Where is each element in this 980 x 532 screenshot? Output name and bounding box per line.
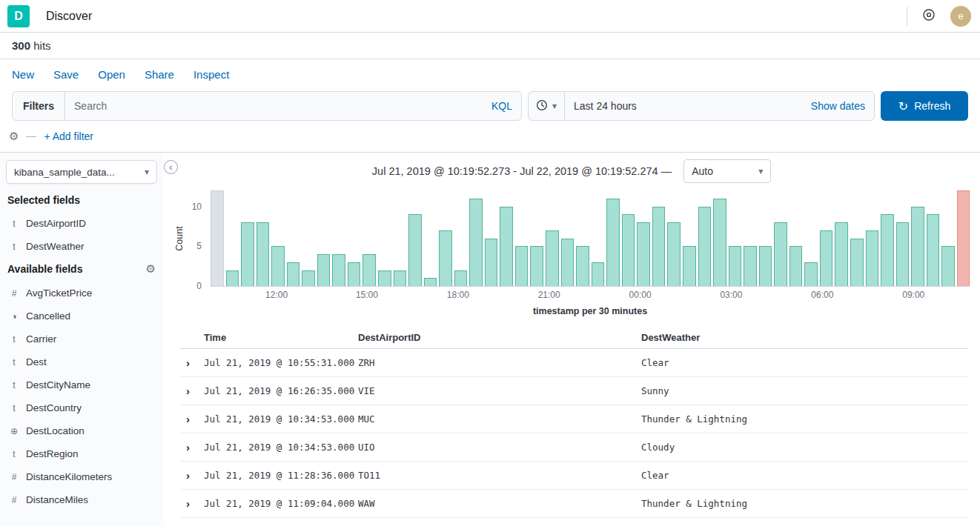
histogram-bar[interactable]: [637, 222, 650, 286]
kql-toggle[interactable]: KQL: [483, 100, 521, 112]
expand-row-icon[interactable]: ›: [180, 441, 204, 453]
histogram-bar[interactable]: [226, 270, 239, 287]
histogram-bar[interactable]: [774, 222, 787, 286]
avatar[interactable]: e: [950, 6, 971, 27]
add-filter-link[interactable]: + Add filter: [44, 130, 93, 142]
refresh-button[interactable]: ↻ Refresh: [881, 91, 968, 121]
histogram-bar[interactable]: [378, 270, 391, 287]
x-tick-label: 21:00: [538, 290, 560, 300]
histogram-bar[interactable]: [759, 246, 772, 286]
help-button[interactable]: [918, 5, 940, 27]
histogram-bar[interactable]: [287, 262, 300, 286]
histogram-bar[interactable]: [667, 222, 681, 286]
field-item-DestAirportID[interactable]: tDestAirportID: [6, 212, 157, 235]
histogram-bar[interactable]: [850, 239, 864, 287]
histogram-bar[interactable]: [804, 262, 818, 286]
histogram-bar[interactable]: [789, 246, 803, 286]
histogram-bar[interactable]: [698, 207, 712, 287]
field-item-AvgTicketPrice[interactable]: #AvgTicketPrice: [6, 282, 157, 305]
histogram-bar[interactable]: [652, 207, 666, 287]
histogram-bar[interactable]: [424, 278, 437, 286]
field-item-DestCityName[interactable]: tDestCityName: [6, 373, 157, 396]
expand-row-icon[interactable]: ›: [180, 497, 204, 510]
histogram-bar[interactable]: [576, 246, 589, 286]
histogram-bar[interactable]: [211, 190, 224, 286]
nav-link-save[interactable]: Save: [53, 68, 79, 81]
histogram-bar[interactable]: [241, 222, 254, 286]
histogram-bar[interactable]: [454, 270, 468, 287]
field-item-Cancelled[interactable]: ◑Cancelled: [6, 305, 157, 327]
field-item-Dest[interactable]: tDest: [6, 350, 157, 373]
histogram-bar[interactable]: [744, 246, 757, 286]
histogram-bar[interactable]: [896, 222, 910, 286]
nav-link-inspect[interactable]: Inspect: [193, 68, 229, 81]
histogram-bar[interactable]: [683, 246, 696, 286]
field-item-DestRegion[interactable]: tDestRegion: [6, 442, 157, 465]
histogram-bar[interactable]: [485, 239, 498, 287]
histogram-bar[interactable]: [713, 199, 726, 286]
nav-link-share[interactable]: Share: [145, 68, 174, 81]
field-item-DistanceKilometers[interactable]: #DistanceKilometers: [6, 465, 157, 488]
search-input[interactable]: [65, 100, 483, 112]
filter-settings-gear-icon[interactable]: ⚙: [9, 130, 19, 143]
expand-row-icon[interactable]: ›: [180, 413, 204, 425]
histogram-bar[interactable]: [546, 230, 559, 286]
histogram-bar[interactable]: [561, 239, 575, 287]
x-tick-label: 06:00: [811, 290, 833, 300]
fields-settings-gear-icon[interactable]: ⚙: [146, 262, 156, 276]
show-dates-link[interactable]: Show dates: [802, 100, 874, 112]
histogram-plot[interactable]: 0510 12:0015:0018:0021:0000:0003:0006:00…: [211, 190, 970, 287]
histogram-bar[interactable]: [500, 207, 513, 287]
column-header-dest-airport-id[interactable]: DestAirportID: [358, 332, 641, 343]
nav-link-open[interactable]: Open: [98, 68, 125, 81]
interval-select[interactable]: Auto ▾: [683, 159, 771, 183]
histogram-bar[interactable]: [835, 222, 848, 286]
table-row: ›Jul 21, 2019 @ 16:26:35.000VIESunny: [180, 377, 968, 405]
collapse-sidebar-button[interactable]: ‹: [164, 160, 178, 174]
expand-row-icon[interactable]: ›: [180, 385, 204, 397]
histogram-bar[interactable]: [606, 199, 620, 286]
histogram-bar[interactable]: [957, 190, 970, 286]
histogram-bar[interactable]: [911, 207, 924, 287]
doc-table-body: ›Jul 21, 2019 @ 10:55:31.000ZRHClear›Jul…: [180, 349, 968, 518]
histogram-bar[interactable]: [317, 254, 331, 286]
kibana-logo[interactable]: D: [7, 5, 30, 27]
time-range-label[interactable]: Last 24 hours: [565, 100, 646, 112]
histogram-bar[interactable]: [271, 246, 285, 286]
histogram-bar[interactable]: [439, 230, 452, 286]
field-item-DistanceMiles[interactable]: #DistanceMiles: [6, 488, 157, 511]
x-tick-label: 00:00: [629, 290, 652, 300]
filters-button[interactable]: Filters: [13, 92, 65, 120]
column-header-dest-weather[interactable]: DestWeather: [641, 332, 968, 343]
histogram-bar[interactable]: [622, 214, 635, 286]
histogram-bar[interactable]: [881, 214, 894, 286]
expand-row-icon[interactable]: ›: [180, 469, 204, 482]
histogram-bar[interactable]: [408, 214, 422, 286]
index-pattern-select[interactable]: kibana_sample_data... ▾: [6, 160, 157, 184]
histogram-bar[interactable]: [362, 254, 376, 286]
histogram-bar[interactable]: [941, 246, 955, 286]
histogram-bar[interactable]: [866, 230, 879, 286]
histogram-bar[interactable]: [348, 262, 361, 286]
nav-link-new[interactable]: New: [12, 68, 34, 81]
column-header-time[interactable]: Time: [204, 332, 358, 343]
histogram-bar[interactable]: [302, 270, 315, 287]
histogram-bar[interactable]: [332, 254, 345, 286]
histogram-bar[interactable]: [729, 246, 742, 286]
field-item-DestLocation[interactable]: ⊕DestLocation: [6, 419, 157, 442]
histogram-bar[interactable]: [530, 246, 543, 286]
histogram-bar[interactable]: [394, 270, 407, 287]
cell-dest-airport-id: UIO: [358, 442, 641, 453]
histogram-bar[interactable]: [256, 222, 270, 286]
expand-row-icon[interactable]: ›: [180, 356, 204, 369]
time-picker-quick-menu[interactable]: ▾: [529, 92, 565, 120]
field-item-DestWeather[interactable]: tDestWeather: [6, 235, 157, 258]
field-item-Carrier[interactable]: tCarrier: [6, 327, 157, 350]
histogram-bar[interactable]: [469, 199, 483, 286]
field-item-DestCountry[interactable]: tDestCountry: [6, 396, 157, 419]
histogram-bar[interactable]: [820, 230, 833, 286]
field-type-icon: #: [9, 472, 19, 482]
histogram-bar[interactable]: [927, 214, 940, 286]
histogram-bar[interactable]: [592, 262, 605, 286]
histogram-bar[interactable]: [515, 246, 529, 286]
